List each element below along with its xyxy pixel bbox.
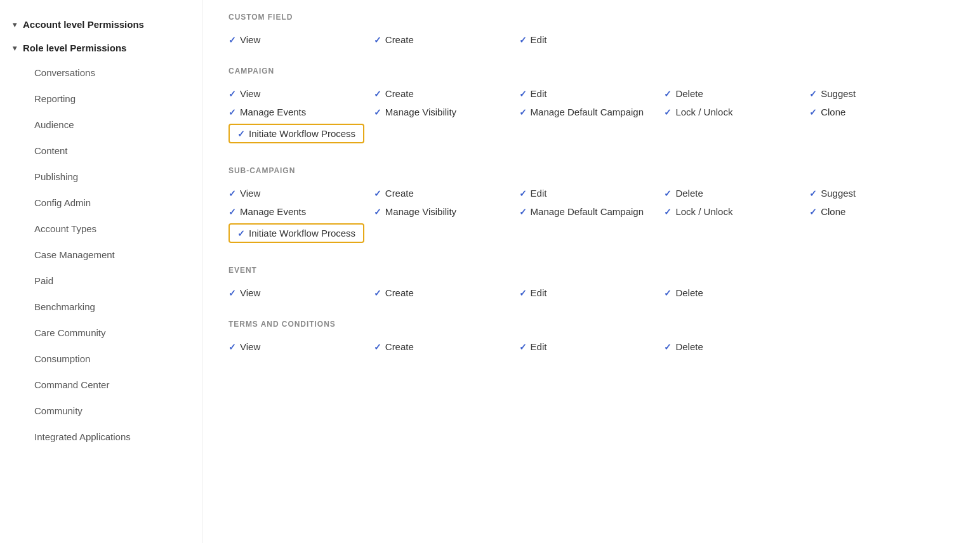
account-level-label: Account level Permissions [23, 19, 144, 30]
perm-event-edit[interactable]: ✓ Edit [519, 284, 665, 302]
check-icon: ✓ [228, 288, 236, 298]
sidebar-item-case-management[interactable]: Case Management [0, 242, 202, 268]
sidebar-item-consumption[interactable]: Consumption [0, 346, 202, 372]
perm-sub-campaign-create[interactable]: ✓ Create [374, 184, 519, 202]
check-icon: ✓ [809, 207, 817, 217]
check-icon: ✓ [228, 207, 236, 217]
perm-campaign-manage-events[interactable]: ✓ Manage Events [228, 103, 374, 121]
perm-label: Initiate Workflow Process [249, 128, 355, 139]
role-chevron-icon: ▾ [13, 44, 17, 53]
perm-label: Delete [675, 341, 703, 352]
perm-terms-edit[interactable]: ✓ Edit [519, 337, 665, 356]
perm-custom-field-view[interactable]: ✓ View [228, 30, 374, 49]
sidebar-item-publishing[interactable]: Publishing [0, 164, 202, 190]
perm-label: Edit [531, 287, 547, 298]
check-icon: ✓ [664, 207, 672, 217]
perm-terms-create[interactable]: ✓ Create [374, 337, 519, 356]
check-icon: ✓ [237, 129, 245, 139]
perm-sub-campaign-clone[interactable]: ✓ Clone [809, 202, 955, 221]
perm-label: View [240, 188, 260, 199]
account-chevron-icon: ▾ [13, 20, 17, 29]
account-level-header[interactable]: ▾ Account level Permissions [0, 13, 202, 36]
perm-label: Delete [675, 287, 703, 298]
sidebar-item-config-admin[interactable]: Config Admin [0, 190, 202, 216]
perm-terms-delete[interactable]: ✓ Delete [664, 337, 809, 356]
perm-campaign-view[interactable]: ✓ View [228, 84, 374, 103]
perm-campaign-manage-default[interactable]: ✓ Manage Default Campaign [519, 103, 665, 121]
check-icon: ✓ [664, 288, 672, 298]
perm-campaign-lock-unlock[interactable]: ✓ Lock / Unlock [664, 103, 809, 121]
section-label-sub-campaign: SUB-CAMPAIGN [228, 166, 955, 175]
perm-label: Manage Visibility [385, 206, 456, 217]
perm-label: Create [385, 188, 414, 199]
perm-event-delete[interactable]: ✓ Delete [664, 284, 809, 302]
perm-sub-campaign-lock-unlock[interactable]: ✓ Lock / Unlock [664, 202, 809, 221]
perm-label: Delete [675, 188, 703, 199]
sidebar-item-audience[interactable]: Audience [0, 112, 202, 138]
sidebar-item-account-types[interactable]: Account Types [0, 216, 202, 242]
sidebar-item-content[interactable]: Content [0, 138, 202, 164]
check-icon: ✓ [809, 188, 817, 199]
check-icon: ✓ [374, 107, 381, 117]
campaign-row-2: ✓ Manage Events ✓ Manage Visibility ✓ Ma… [228, 103, 955, 121]
check-icon: ✓ [664, 107, 672, 117]
check-icon: ✓ [237, 228, 245, 239]
check-icon: ✓ [664, 342, 672, 352]
perm-custom-field-create[interactable]: ✓ Create [374, 30, 519, 49]
perm-event-create[interactable]: ✓ Create [374, 284, 519, 302]
perm-event-view[interactable]: ✓ View [228, 284, 374, 302]
sidebar-item-integrated-applications[interactable]: Integrated Applications [0, 424, 202, 450]
custom-field-row-1: ✓ View ✓ Create ✓ Edit [228, 30, 955, 49]
sidebar-item-care-community[interactable]: Care Community [0, 320, 202, 346]
perm-label: Edit [531, 188, 547, 199]
section-sub-campaign: SUB-CAMPAIGN ✓ View ✓ Create ✓ Edit ✓ De… [228, 166, 955, 248]
page-container: ▾ Account level Permissions ▾ Role level… [0, 0, 980, 543]
main-content: CUSTOM FIELD ✓ View ✓ Create ✓ Edit CAMP… [203, 0, 980, 543]
perm-campaign-create[interactable]: ✓ Create [374, 84, 519, 103]
check-icon: ✓ [228, 35, 236, 45]
check-icon: ✓ [519, 207, 527, 217]
perm-sub-campaign-view[interactable]: ✓ View [228, 184, 374, 202]
check-icon: ✓ [519, 35, 527, 45]
perm-label: Edit [531, 341, 547, 352]
perm-sub-campaign-manage-events[interactable]: ✓ Manage Events [228, 202, 374, 221]
sub-campaign-row-2: ✓ Manage Events ✓ Manage Visibility ✓ Ma… [228, 202, 955, 221]
perm-label: Edit [531, 88, 547, 99]
check-icon: ✓ [519, 188, 527, 199]
perm-campaign-clone[interactable]: ✓ Clone [809, 103, 955, 121]
perm-sub-campaign-suggest[interactable]: ✓ Suggest [809, 184, 955, 202]
check-icon: ✓ [228, 107, 236, 117]
check-icon: ✓ [374, 288, 381, 298]
sidebar-item-command-center[interactable]: Command Center [0, 372, 202, 398]
perm-label: Manage Visibility [385, 107, 456, 117]
sidebar-item-benchmarking[interactable]: Benchmarking [0, 294, 202, 320]
section-custom-field: CUSTOM FIELD ✓ View ✓ Create ✓ Edit [228, 13, 955, 49]
sidebar-item-reporting[interactable]: Reporting [0, 86, 202, 112]
check-icon: ✓ [664, 188, 672, 199]
section-campaign: CAMPAIGN ✓ View ✓ Create ✓ Edit ✓ Delete [228, 67, 955, 148]
perm-campaign-delete[interactable]: ✓ Delete [664, 84, 809, 103]
perm-campaign-suggest[interactable]: ✓ Suggest [809, 84, 955, 103]
section-label-terms-conditions: TERMS AND CONDITIONS [228, 320, 955, 329]
perm-label: View [240, 34, 260, 45]
perm-custom-field-edit[interactable]: ✓ Edit [519, 30, 665, 49]
perm-label: Create [385, 88, 414, 99]
perm-campaign-manage-visibility[interactable]: ✓ Manage Visibility [374, 103, 519, 121]
perm-campaign-initiate-workflow[interactable]: ✓ Initiate Workflow Process [228, 124, 364, 143]
sidebar-item-community[interactable]: Community [0, 398, 202, 424]
perm-terms-view[interactable]: ✓ View [228, 337, 374, 356]
check-icon: ✓ [228, 342, 236, 352]
perm-sub-campaign-manage-visibility[interactable]: ✓ Manage Visibility [374, 202, 519, 221]
sidebar-item-paid[interactable]: Paid [0, 268, 202, 294]
perm-label: Create [385, 341, 414, 352]
perm-label: Manage Default Campaign [531, 206, 644, 217]
perm-sub-campaign-manage-default[interactable]: ✓ Manage Default Campaign [519, 202, 665, 221]
role-level-label: Role level Permissions [23, 43, 126, 53]
sidebar-item-conversations[interactable]: Conversations [0, 60, 202, 86]
perm-campaign-edit[interactable]: ✓ Edit [519, 84, 665, 103]
perm-sub-campaign-initiate-workflow[interactable]: ✓ Initiate Workflow Process [228, 223, 364, 243]
perm-sub-campaign-delete[interactable]: ✓ Delete [664, 184, 809, 202]
role-level-header[interactable]: ▾ Role level Permissions [0, 36, 202, 60]
section-terms-conditions: TERMS AND CONDITIONS ✓ View ✓ Create ✓ E… [228, 320, 955, 356]
perm-sub-campaign-edit[interactable]: ✓ Edit [519, 184, 665, 202]
